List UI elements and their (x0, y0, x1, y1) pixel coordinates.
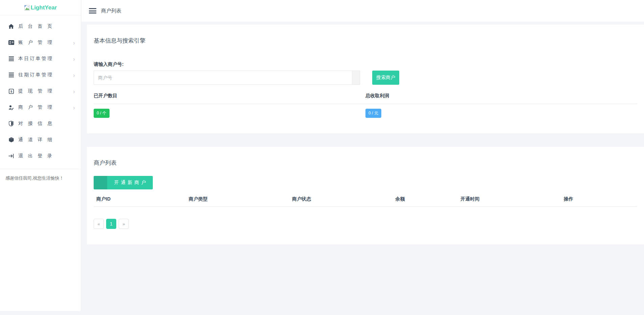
sidebar-item-accounts[interactable]: 账户管理 › (0, 34, 81, 51)
sidebar-item-label: 退出登录 (18, 153, 52, 159)
chevron-right-icon: › (73, 72, 75, 79)
stats-table: 已开户数目 总收取利润 0 / 个 0 / 元 (94, 93, 637, 118)
logo: LightYear (0, 0, 81, 16)
sidebar-item-past-orders[interactable]: 往期订单管理 › (0, 67, 81, 83)
user-edit-icon (8, 104, 14, 110)
search-row: 搜索商户 (94, 71, 637, 85)
topbar: 商户列表 (81, 0, 644, 22)
search-merchant-button[interactable]: 搜索商户 (372, 71, 399, 85)
pagination-next-button[interactable]: » (119, 219, 129, 229)
id-card-icon (8, 40, 14, 46)
total-profit-badge: 0 / 元 (365, 109, 381, 118)
sidebar-item-channels[interactable]: 通道详细 (0, 132, 81, 148)
dollar-square-icon: $ (8, 88, 14, 94)
chevron-right-icon: › (73, 39, 75, 46)
shield-icon (8, 121, 14, 127)
sidebar-item-label: 对接信息 (18, 121, 52, 127)
add-merchant-button-label: 开通新商户 (107, 176, 153, 189)
home-icon (8, 23, 14, 29)
sidebar-item-logout[interactable]: 退出登录 (0, 148, 81, 164)
merchant-id-input-group (94, 71, 360, 85)
pagination: « 1 » (94, 219, 637, 229)
add-merchant-button[interactable]: 开通新商户 (94, 176, 153, 189)
opened-accounts-badge: 0 / 个 (94, 109, 110, 118)
sidebar-item-today-orders[interactable]: 本日订单管理 › (0, 51, 81, 67)
column-merchant-status: 商户状态 (289, 193, 393, 207)
svg-text:$: $ (10, 90, 12, 93)
column-merchant-type: 商户类型 (186, 193, 289, 207)
sidebar-item-label: 账户管理 (18, 40, 52, 46)
sidebar-item-withdraw[interactable]: $ 提现管理 › (0, 83, 81, 99)
stat-cell-total-profit: 0 / 元 (365, 104, 637, 118)
broken-image-icon (24, 5, 30, 11)
chevron-right-icon: › (73, 55, 75, 62)
sidebar-item-integration[interactable]: 对接信息 (0, 115, 81, 132)
search-card: 基本信息与搜索引擎 请输入商户号: 搜索商户 已开户数目 总收取利润 0 / 个… (87, 25, 644, 133)
column-merchant-id: 商户ID (94, 193, 186, 207)
sidebar-item-label: 商户管理 (18, 104, 52, 110)
list-icon (8, 56, 14, 62)
sidebar-item-label: 往期订单管理 (18, 72, 52, 78)
sidebar: LightYear 后台首页 账户管理 › 本日订单管理 › (0, 0, 81, 311)
list-icon (8, 72, 14, 78)
chevron-right-icon: › (73, 104, 75, 111)
merchant-table: 商户ID 商户类型 商户状态 余额 开通时间 操作 (94, 193, 637, 207)
sidebar-item-label: 提现管理 (18, 88, 52, 94)
pagination-page-1-button[interactable]: 1 (106, 219, 116, 229)
add-merchant-button-accent (94, 176, 107, 189)
sidebar-item-label: 后台首页 (18, 23, 52, 29)
column-open-time: 开通时间 (458, 193, 561, 207)
input-addon (352, 71, 360, 84)
pagination-prev-button[interactable]: « (94, 219, 104, 229)
merchant-table-header-row: 商户ID 商户类型 商户状态 余额 开通时间 操作 (94, 193, 637, 207)
logo-text: LightYear (31, 4, 57, 11)
main-content: 基本信息与搜索引擎 请输入商户号: 搜索商户 已开户数目 总收取利润 0 / 个… (81, 22, 644, 315)
page-title: 商户列表 (101, 8, 121, 14)
merchant-list-card: 商户列表 开通新商户 商户ID 商户类型 商户状态 余额 开通时间 操作 « 1… (87, 147, 644, 244)
logout-icon (8, 153, 14, 159)
search-card-title: 基本信息与搜索引擎 (94, 37, 637, 45)
column-actions: 操作 (561, 193, 637, 207)
sidebar-item-label: 通道详细 (18, 137, 52, 143)
stat-cell-opened-accounts: 0 / 个 (94, 104, 365, 118)
merchant-id-input[interactable] (94, 71, 352, 84)
cube-icon (8, 137, 14, 143)
sidebar-item-label: 本日订单管理 (18, 56, 52, 62)
sidebar-item-home[interactable]: 后台首页 (0, 18, 81, 34)
column-balance: 余额 (392, 193, 458, 207)
sidebar-menu: 后台首页 账户管理 › 本日订单管理 › 往期订单管理 › $ (0, 16, 81, 164)
sidebar-item-merchants[interactable]: 商户管理 › (0, 99, 81, 115)
sidebar-footer-note: 感谢信任我司,祝您生活愉快！ (0, 169, 81, 181)
stat-header-opened-accounts: 已开户数目 (94, 93, 365, 104)
merchant-id-label: 请输入商户号: (94, 61, 637, 68)
chevron-right-icon: › (73, 88, 75, 95)
stat-header-total-profit: 总收取利润 (365, 93, 637, 104)
merchant-list-title: 商户列表 (94, 159, 637, 167)
hamburger-menu-icon[interactable] (89, 8, 96, 14)
